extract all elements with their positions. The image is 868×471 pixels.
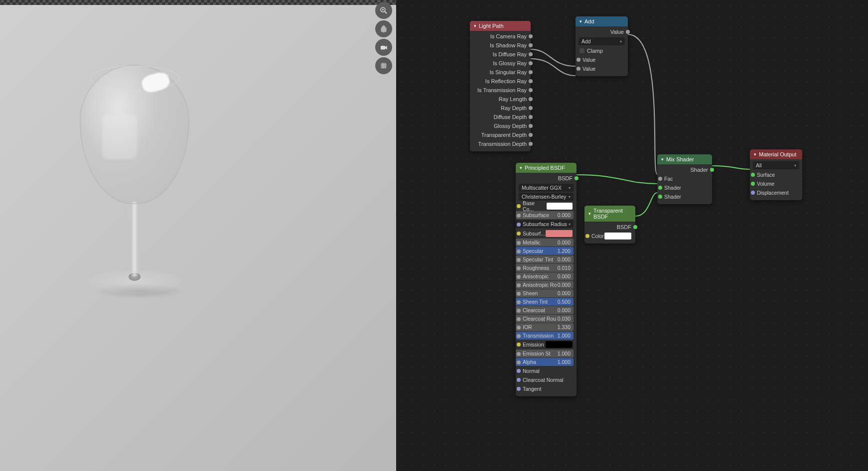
chevron-down-icon: ▾ (754, 152, 756, 157)
color-input[interactable]: Color (584, 232, 635, 240)
chevron-down-icon: ▾ (474, 23, 476, 28)
param-clearcoat[interactable]: Clearcoat0.000 (516, 306, 574, 314)
output-transparent-depth[interactable]: Transparent Depth (470, 130, 531, 139)
param-metallic[interactable]: Metallic0.000 (516, 238, 574, 246)
output-glossy-depth[interactable]: Glossy Depth (470, 121, 531, 130)
output-is-reflection-ray[interactable]: Is Reflection Ray (470, 77, 531, 86)
param-emission-st[interactable]: Emission St1.000 (516, 350, 574, 357)
output-is-diffuse-ray[interactable]: Is Diffuse Ray (470, 50, 531, 59)
node-header[interactable]: ▾Light Path (470, 21, 531, 31)
node-transparent-bsdf[interactable]: ▾Transparent BSDF BSDF Color (584, 206, 635, 243)
output-ray-length[interactable]: Ray Length (470, 95, 531, 104)
node-header[interactable]: ▾Transparent BSDF (584, 206, 635, 222)
input-normal[interactable]: Normal (516, 366, 577, 375)
node-title: Add (584, 18, 594, 24)
output-is-transmission-ray[interactable]: Is Transmission Ray (470, 86, 531, 95)
base-color-input[interactable]: Base Co... (516, 202, 577, 211)
node-header[interactable]: ▾Principled BSDF (516, 163, 577, 173)
node-title: Light Path (479, 23, 504, 29)
param-transmission[interactable]: Transmission1.000 (516, 332, 574, 340)
param-sheen[interactable]: Sheen0.000 (516, 289, 574, 297)
transparency-checker (0, 0, 396, 5)
node-header[interactable]: ▾Material Output (750, 149, 802, 159)
param-emission[interactable]: Emission (516, 340, 577, 349)
node-header[interactable]: ▾Mix Shader (657, 154, 712, 164)
node-title: Principled BSDF (525, 165, 565, 171)
param-specular-tint[interactable]: Specular Tint0.000 (516, 255, 574, 263)
input-clearcoat-normal[interactable]: Clearcoat Normal (516, 375, 577, 384)
input-shader-1[interactable]: Shader (657, 183, 712, 192)
param-sheen-tint[interactable]: Sheen Tint0.500 (516, 298, 574, 306)
param-clearcoat-rou[interactable]: Clearcoat Rou0.030 (516, 315, 574, 323)
input-displacement[interactable]: Displacement (750, 188, 802, 197)
input-tangent[interactable]: Tangent (516, 384, 577, 393)
chevron-down-icon: ▾ (579, 19, 582, 24)
output-value[interactable]: Value (576, 27, 628, 36)
node-editor[interactable]: ▾Light Path Is Camera RayIs Shadow RayIs… (396, 0, 868, 471)
param-subsurface[interactable]: Subsurface0.000 (516, 211, 574, 219)
viewport-gizmos (375, 2, 392, 74)
output-transmission-depth[interactable]: Transmission Depth (470, 139, 531, 148)
grid-icon[interactable] (375, 57, 392, 74)
node-title: Material Output (759, 151, 796, 157)
input-fac[interactable]: Fac (657, 174, 712, 183)
input-shader-2[interactable]: Shader (657, 192, 712, 201)
param-subsurf---[interactable]: Subsurf... (516, 229, 577, 238)
node-title: Transparent BSDF (593, 208, 631, 220)
output-is-shadow-ray[interactable]: Is Shadow Ray (470, 41, 531, 50)
output-is-glossy-ray[interactable]: Is Glossy Ray (470, 59, 531, 68)
input-surface[interactable]: Surface (750, 170, 802, 179)
input-volume[interactable]: Volume (750, 179, 802, 188)
target-dropdown[interactable]: All▾ (753, 161, 799, 169)
output-is-camera-ray[interactable]: Is Camera Ray (470, 32, 531, 41)
output-shader[interactable]: Shader (657, 165, 712, 174)
clamp-checkbox[interactable]: Clamp (576, 46, 628, 55)
operation-dropdown[interactable]: Add▾ (579, 37, 625, 45)
camera-icon[interactable] (375, 39, 392, 56)
color-swatch[interactable] (604, 233, 631, 239)
svg-marker-5 (385, 46, 387, 50)
param-alpha[interactable]: Alpha1.000 (516, 358, 574, 366)
glass-3d-render (65, 65, 204, 324)
pan-icon[interactable] (375, 20, 392, 37)
render-viewport[interactable] (0, 0, 396, 471)
zoom-icon[interactable] (375, 2, 392, 19)
node-principled-bsdf[interactable]: ▾Principled BSDF BSDF Multiscatter GGX▾ … (516, 163, 577, 396)
color-swatch[interactable] (547, 203, 573, 210)
param-anisotropic[interactable]: Anisotropic0.000 (516, 272, 574, 280)
chevron-down-icon: ▾ (520, 165, 522, 170)
output-diffuse-depth[interactable]: Diffuse Depth (470, 113, 531, 121)
node-material-output[interactable]: ▾Material Output All▾ Surface Volume Dis… (750, 149, 802, 200)
param-specular[interactable]: Specular1.200 (516, 247, 574, 255)
svg-line-1 (385, 11, 387, 13)
input-value-2[interactable]: Value (576, 64, 628, 73)
param-roughness[interactable]: Roughness0.010 (516, 264, 574, 272)
distribution-dropdown[interactable]: Multiscatter GGX▾ (519, 184, 574, 192)
param-subsurface-radius[interactable]: Subsurface Radius▾ (516, 220, 574, 228)
output-is-singular-ray[interactable]: Is Singular Ray (470, 68, 531, 77)
node-add-math[interactable]: ▾Add Value Add▾ Clamp Value Value (576, 16, 628, 76)
node-light-path[interactable]: ▾Light Path Is Camera RayIs Shadow RayIs… (470, 21, 531, 151)
sss-method-dropdown[interactable]: Christensen-Burley▾ (519, 193, 574, 201)
output-ray-depth[interactable]: Ray Depth (470, 104, 531, 113)
output-bsdf[interactable]: BSDF (584, 223, 635, 232)
param-anisotropic-ro[interactable]: Anisotropic Ro0.000 (516, 281, 574, 289)
param-ior[interactable]: IOR1.330 (516, 323, 574, 331)
node-title: Mix Shader (666, 156, 694, 162)
node-mix-shader[interactable]: ▾Mix Shader Shader Fac Shader Shader (657, 154, 712, 204)
chevron-down-icon: ▾ (661, 157, 664, 162)
node-header[interactable]: ▾Add (576, 16, 628, 26)
chevron-down-icon: ▾ (588, 211, 591, 216)
input-value-1[interactable]: Value (576, 55, 628, 64)
svg-rect-4 (381, 46, 385, 50)
output-bsdf[interactable]: BSDF (516, 174, 577, 183)
